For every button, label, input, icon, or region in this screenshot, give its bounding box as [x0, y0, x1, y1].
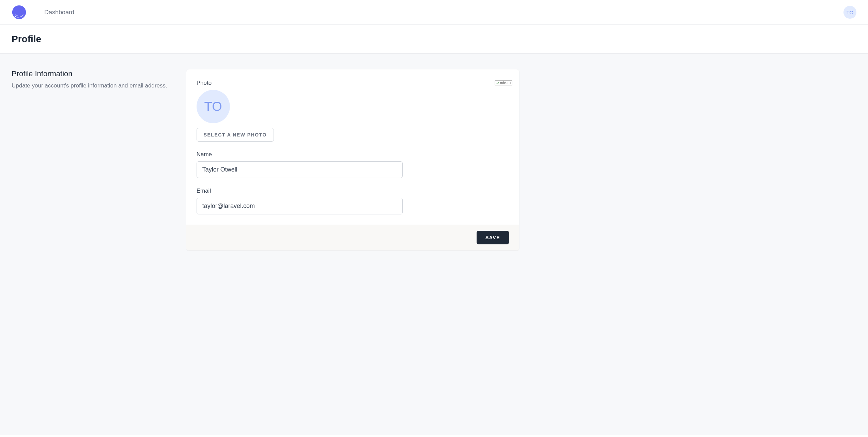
profile-section: Profile Information Update your account'…	[12, 69, 519, 250]
email-input[interactable]	[197, 198, 403, 214]
save-button[interactable]: Save	[477, 231, 509, 244]
main-content: Profile Information Update your account'…	[0, 54, 868, 435]
profile-avatar-initials: TO	[204, 99, 222, 114]
user-avatar-menu[interactable]: TO	[843, 6, 856, 19]
page-title: Profile	[12, 34, 856, 45]
email-field-group: Email	[197, 188, 403, 214]
watermark-icon	[496, 82, 499, 84]
profile-form-card: mb4.ru Photo TO Select A New Photo Name …	[186, 69, 519, 250]
nav-left: Dashboard	[12, 5, 74, 20]
watermark-text: mb4.ru	[500, 81, 511, 85]
profile-avatar: TO	[197, 90, 230, 123]
name-field-group: Name	[197, 151, 403, 178]
name-input[interactable]	[197, 161, 403, 178]
name-label: Name	[197, 151, 403, 158]
logo-svg	[12, 5, 27, 20]
section-meta: Profile Information Update your account'…	[12, 69, 178, 250]
select-photo-button[interactable]: Select A New Photo	[197, 128, 274, 142]
email-label: Email	[197, 188, 403, 194]
section-title: Profile Information	[12, 69, 178, 78]
svg-point-2	[498, 82, 499, 83]
watermark-badge: mb4.ru	[495, 80, 512, 85]
nav-link-dashboard[interactable]: Dashboard	[44, 9, 74, 16]
card-body: Photo TO Select A New Photo Name Email	[186, 69, 519, 225]
page-header: Profile	[0, 25, 868, 54]
app-logo-icon[interactable]	[12, 5, 27, 20]
svg-rect-1	[496, 82, 499, 84]
avatar-initials: TO	[847, 10, 854, 15]
top-nav: Dashboard TO	[0, 0, 868, 25]
photo-label: Photo	[197, 80, 509, 86]
card-footer: Save	[186, 225, 519, 250]
section-description: Update your account's profile informatio…	[12, 81, 178, 90]
